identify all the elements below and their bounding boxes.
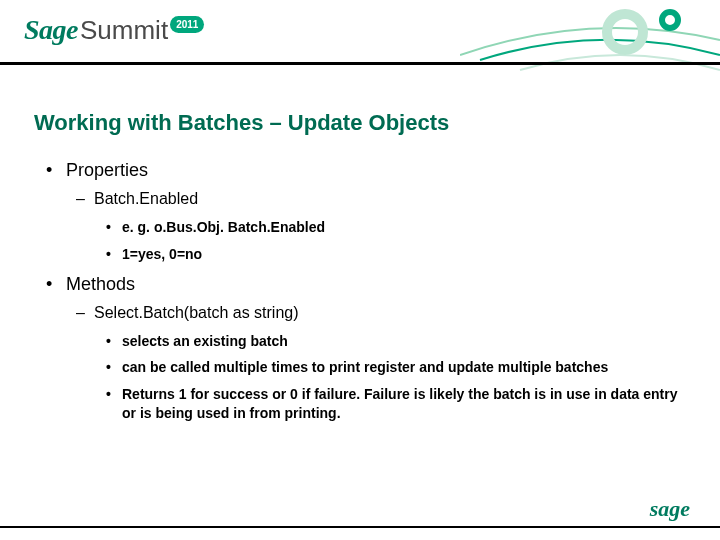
list-text: Select.Batch(batch as string) — [94, 304, 299, 321]
svg-point-1 — [662, 12, 678, 28]
list-text: e. g. o.Bus.Obj. Batch.Enabled — [122, 218, 680, 237]
list-text: can be called multiple times to print re… — [122, 358, 680, 377]
summit-logo: SageSummit2011 — [24, 14, 204, 46]
list-item: Properties Batch.Enabled e. g. o.Bus.Obj… — [46, 158, 680, 264]
logo-year-badge: 2011 — [170, 16, 204, 33]
slide-title: Working with Batches – Update Objects — [34, 110, 449, 136]
list-text: Methods — [66, 274, 135, 294]
list-text: 1=yes, 0=no — [122, 245, 680, 264]
header-swoosh-graphic — [460, 0, 720, 80]
list-item: e. g. o.Bus.Obj. Batch.Enabled — [106, 218, 680, 237]
list-item: Returns 1 for success or 0 if failure. F… — [106, 385, 680, 423]
header-divider — [0, 62, 720, 65]
list-item: Batch.Enabled e. g. o.Bus.Obj. Batch.Ena… — [76, 188, 680, 263]
list-item: 1=yes, 0=no — [106, 245, 680, 264]
list-item: selects an existing batch — [106, 332, 680, 351]
svg-point-0 — [607, 14, 643, 50]
logo-brand: Sage — [24, 14, 78, 45]
list-text: Properties — [66, 160, 148, 180]
list-item: can be called multiple times to print re… — [106, 358, 680, 377]
list-item: Methods Select.Batch(batch as string) se… — [46, 272, 680, 423]
slide-header: SageSummit2011 — [0, 0, 720, 80]
list-text: Returns 1 for success or 0 if failure. F… — [122, 385, 680, 423]
footer-logo: sage — [650, 496, 690, 522]
list-text: selects an existing batch — [122, 332, 680, 351]
list-item: Select.Batch(batch as string) selects an… — [76, 302, 680, 423]
footer-divider — [0, 526, 720, 528]
logo-event: Summit — [80, 15, 168, 45]
list-text: Batch.Enabled — [94, 190, 198, 207]
slide-body: Properties Batch.Enabled e. g. o.Bus.Obj… — [40, 150, 680, 431]
